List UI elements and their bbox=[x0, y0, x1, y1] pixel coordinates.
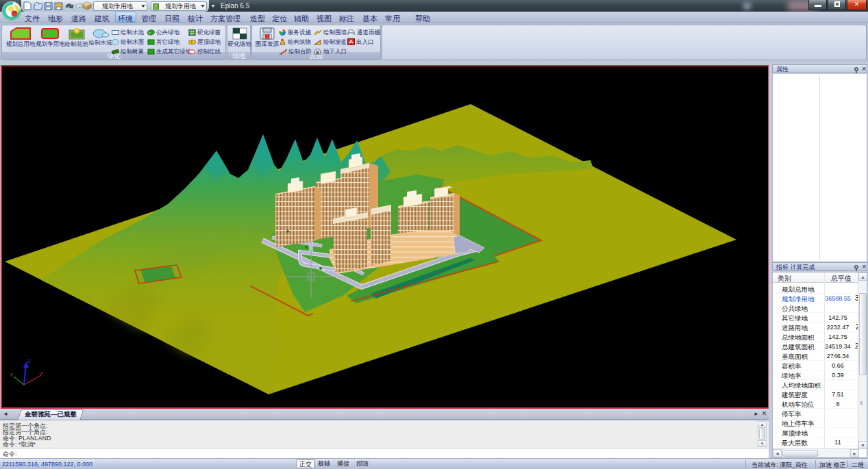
svg-text:Z: Z bbox=[27, 358, 31, 364]
svg-text:Y: Y bbox=[10, 372, 14, 378]
svg-text:X: X bbox=[40, 370, 44, 377]
